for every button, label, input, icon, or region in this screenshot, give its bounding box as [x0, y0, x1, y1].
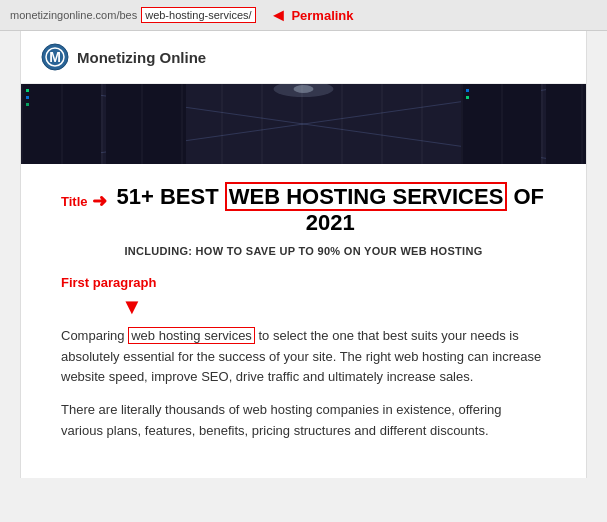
- svg-rect-8: [21, 84, 101, 164]
- page-wrapper: monetizingonline.com/bes web-hosting-ser…: [0, 0, 607, 522]
- first-para-label: First paragraph: [61, 275, 156, 290]
- site-header: M Monetizing Online: [21, 31, 586, 84]
- hero-image: [21, 84, 586, 164]
- first-para-highlighted: web hosting services: [128, 327, 255, 344]
- first-para-start: Comparing: [61, 328, 128, 343]
- svg-rect-11: [546, 84, 586, 164]
- svg-line-6: [21, 124, 304, 164]
- svg-rect-13: [26, 96, 29, 99]
- site-logo-icon: M: [41, 43, 69, 71]
- svg-line-7: [304, 124, 587, 164]
- svg-rect-3: [21, 84, 586, 164]
- site-name: Monetizing Online: [77, 49, 206, 66]
- hero-svg: [21, 84, 586, 164]
- browser-bar: monetizingonline.com/bes web-hosting-ser…: [0, 0, 607, 31]
- title-row: Title ➜ 51+ BEST WEB HOSTING SERVICES OF…: [61, 184, 546, 237]
- title-part1: 51+ BEST: [116, 184, 224, 209]
- first-para-label-row: First paragraph: [61, 275, 546, 290]
- article-title: 51+ BEST WEB HOSTING SERVICES OF 2021: [115, 184, 547, 237]
- svg-rect-16: [466, 96, 469, 99]
- page-content: M Monetizing Online: [20, 31, 587, 478]
- first-para-section: First paragraph ▼ Comparing web hosting …: [61, 275, 546, 442]
- down-arrow-icon: ▼: [121, 294, 546, 320]
- title-arrow-icon: ➜: [92, 190, 107, 212]
- svg-text:M: M: [49, 49, 61, 65]
- permalink-annotation: ◄ Permalink: [270, 6, 354, 24]
- svg-rect-14: [26, 103, 29, 106]
- second-paragraph: There are literally thousands of web hos…: [61, 400, 546, 442]
- svg-point-18: [294, 85, 314, 93]
- svg-point-17: [274, 84, 334, 97]
- url-bar: monetizingonline.com/bes web-hosting-ser…: [10, 7, 256, 23]
- main-content: Title ➜ 51+ BEST WEB HOSTING SERVICES OF…: [21, 164, 586, 478]
- svg-line-5: [304, 84, 587, 124]
- left-arrow-icon: ◄: [270, 6, 288, 24]
- svg-rect-15: [466, 89, 469, 92]
- svg-rect-10: [461, 84, 541, 164]
- svg-rect-12: [26, 89, 29, 92]
- title-highlighted: WEB HOSTING SERVICES: [225, 182, 508, 211]
- first-paragraph: Comparing web hosting services to select…: [61, 326, 546, 388]
- article-subtitle: INCLUDING: HOW TO SAVE UP TO 90% ON YOUR…: [61, 245, 546, 257]
- url-highlighted[interactable]: web-hosting-services/: [141, 7, 255, 23]
- svg-line-4: [21, 84, 304, 124]
- svg-rect-9: [106, 84, 186, 164]
- permalink-label: Permalink: [291, 8, 353, 23]
- title-annotation: Title ➜: [61, 190, 107, 212]
- url-prefix: monetizingonline.com/bes: [10, 9, 137, 21]
- title-label-text: Title: [61, 194, 88, 209]
